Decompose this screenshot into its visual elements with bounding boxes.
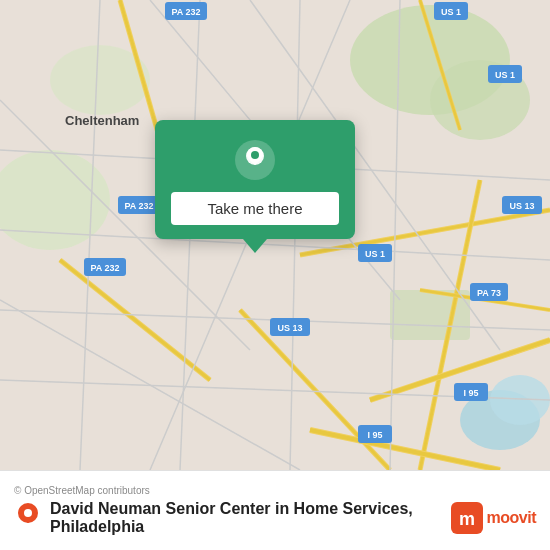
- take-me-there-button[interactable]: Take me there: [171, 192, 339, 225]
- svg-text:US 13: US 13: [509, 201, 534, 211]
- svg-text:I 95: I 95: [367, 430, 382, 440]
- svg-text:Cheltenham: Cheltenham: [65, 113, 139, 128]
- moovit-text: moovit: [487, 509, 536, 527]
- svg-text:US 1: US 1: [365, 249, 385, 259]
- bottom-location-pin-icon: [14, 500, 42, 536]
- moovit-m-icon: m: [451, 502, 483, 534]
- svg-text:US 13: US 13: [277, 323, 302, 333]
- map-area: PA 232 US 1 US 1 US 1 PA 232 PA 232 US 1…: [0, 0, 550, 470]
- svg-point-64: [251, 151, 259, 159]
- map-attribution: © OpenStreetMap contributors: [14, 485, 536, 496]
- svg-text:m: m: [459, 509, 475, 529]
- svg-point-66: [24, 509, 32, 517]
- svg-text:US 1: US 1: [441, 7, 461, 17]
- moovit-logo: m moovit: [451, 502, 536, 534]
- svg-text:PA 232: PA 232: [124, 201, 153, 211]
- location-pin-icon: [233, 138, 277, 182]
- bottom-bar: © OpenStreetMap contributors David Neuma…: [0, 470, 550, 550]
- svg-text:PA 73: PA 73: [477, 288, 501, 298]
- location-name: David Neuman Senior Center in Home Servi…: [50, 500, 443, 536]
- svg-text:US 1: US 1: [495, 70, 515, 80]
- svg-text:PA 232: PA 232: [90, 263, 119, 273]
- popup-card: Take me there: [155, 120, 355, 239]
- svg-text:PA 232: PA 232: [171, 7, 200, 17]
- svg-text:I 95: I 95: [463, 388, 478, 398]
